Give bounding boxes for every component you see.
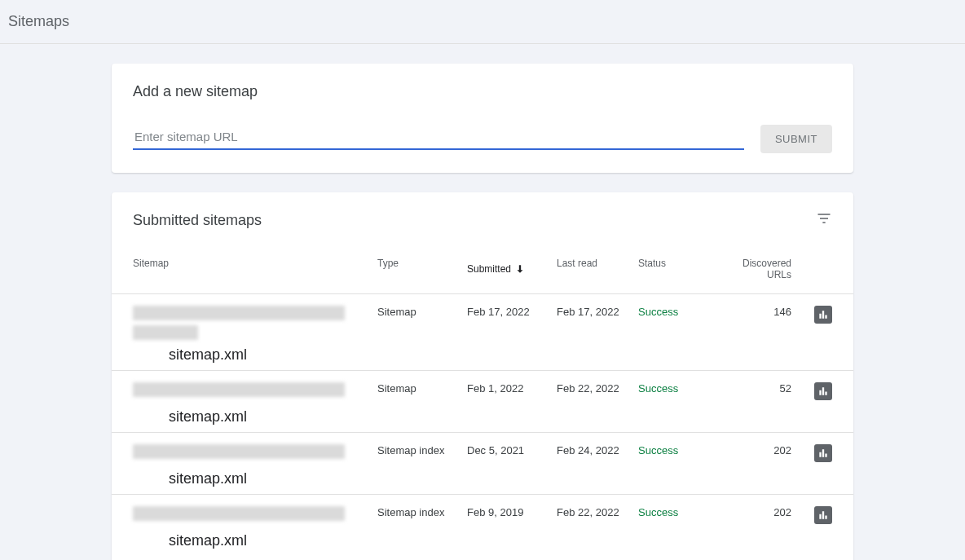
sitemap-cell: sitemap.xml	[133, 382, 377, 426]
th-submitted-label: Submitted	[467, 263, 511, 275]
submitted-cell: Feb 17, 2022	[467, 306, 557, 318]
bar-chart-icon	[817, 309, 829, 320]
redacted-url	[133, 444, 345, 459]
th-status[interactable]: Status	[638, 258, 728, 280]
redacted-url	[133, 306, 345, 320]
row-action	[791, 444, 832, 462]
status-cell: Success	[638, 382, 728, 395]
row-action	[791, 382, 832, 400]
row-action	[791, 506, 832, 524]
filter-icon[interactable]	[816, 210, 832, 230]
type-cell: Sitemap	[377, 382, 467, 395]
content: Add a new sitemap SUBMIT Submitted sitem…	[112, 44, 853, 560]
status-cell: Success	[638, 444, 728, 456]
page-title: Sitemaps	[8, 13, 957, 30]
sitemap-filename: sitemap.xml	[133, 407, 377, 426]
type-cell: Sitemap	[377, 306, 467, 318]
pagination: Rows per page: 10 1-4 of 4	[112, 556, 853, 560]
table-row[interactable]: sitemap.xml Sitemap Feb 1, 2022 Feb 22, …	[112, 370, 853, 432]
table-row[interactable]: sitemap.xml Sitemap Feb 17, 2022 Feb 17,…	[112, 293, 853, 370]
chart-button[interactable]	[814, 506, 832, 524]
discovered-cell: 202	[728, 506, 791, 518]
bar-chart-icon	[817, 448, 829, 459]
submitted-sitemaps-card: Submitted sitemaps Sitemap Type Submitte…	[112, 192, 853, 560]
row-action	[791, 306, 832, 324]
status-cell: Success	[638, 306, 728, 318]
discovered-cell: 202	[728, 444, 791, 456]
submitted-cell: Feb 1, 2022	[467, 382, 557, 395]
last-read-cell: Feb 22, 2022	[557, 506, 638, 518]
discovered-cell: 146	[728, 306, 791, 318]
submitted-cell: Feb 9, 2019	[467, 506, 557, 518]
submitted-cell: Dec 5, 2021	[467, 444, 557, 456]
add-sitemap-form: SUBMIT	[133, 125, 832, 153]
sitemap-cell: sitemap.xml	[133, 444, 377, 487]
bar-chart-icon	[817, 509, 829, 521]
last-read-cell: Feb 17, 2022	[557, 306, 638, 318]
bar-chart-icon	[817, 386, 829, 397]
status-cell: Success	[638, 506, 728, 518]
th-discovered[interactable]: Discovered URLs	[728, 258, 791, 280]
sitemap-filename: sitemap.xml	[133, 531, 377, 549]
sitemap-filename: sitemap.xml	[133, 469, 377, 487]
add-sitemap-card: Add a new sitemap SUBMIT	[112, 64, 853, 173]
redacted-url	[133, 325, 198, 340]
submitted-header: Submitted sitemaps	[112, 192, 853, 245]
th-submitted[interactable]: Submitted	[467, 258, 557, 280]
chart-button[interactable]	[814, 382, 832, 400]
page-header: Sitemaps	[0, 0, 965, 44]
sitemap-cell: sitemap.xml	[133, 306, 377, 364]
sitemap-filename: sitemap.xml	[133, 345, 377, 364]
chart-button[interactable]	[814, 306, 832, 324]
table-row[interactable]: sitemap.xml Sitemap index Feb 9, 2019 Fe…	[112, 494, 853, 556]
table-row[interactable]: sitemap.xml Sitemap index Dec 5, 2021 Fe…	[112, 432, 853, 494]
chart-button[interactable]	[814, 444, 832, 462]
sitemap-cell: sitemap.xml	[133, 506, 377, 549]
redacted-url	[133, 506, 345, 521]
sitemap-url-input[interactable]	[133, 125, 744, 150]
last-read-cell: Feb 24, 2022	[557, 444, 638, 456]
th-sitemap[interactable]: Sitemap	[133, 258, 377, 280]
submit-button[interactable]: SUBMIT	[760, 125, 832, 153]
th-last-read[interactable]: Last read	[557, 258, 638, 280]
redacted-url	[133, 382, 345, 397]
add-sitemap-title: Add a new sitemap	[133, 83, 832, 100]
type-cell: Sitemap index	[377, 506, 467, 518]
th-type[interactable]: Type	[377, 258, 467, 280]
submitted-title: Submitted sitemaps	[133, 212, 262, 229]
last-read-cell: Feb 22, 2022	[557, 382, 638, 395]
arrow-down-icon	[514, 263, 526, 275]
table-header-row: Sitemap Type Submitted Last read Status …	[112, 245, 853, 293]
type-cell: Sitemap index	[377, 444, 467, 456]
discovered-cell: 52	[728, 382, 791, 395]
